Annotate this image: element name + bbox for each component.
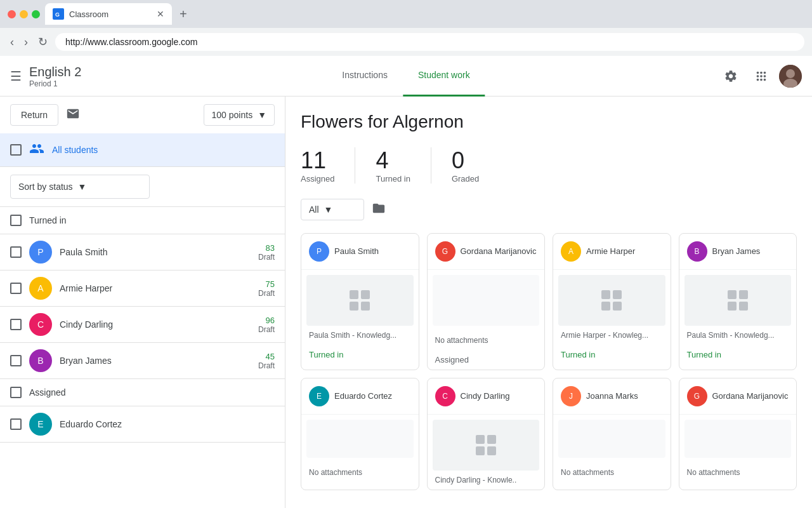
new-tab-button[interactable]: +: [180, 7, 187, 22]
card-thumbnail-gordana2: [684, 420, 792, 458]
card-header: C Cindy Darling: [428, 378, 545, 415]
card-joanna[interactable]: J Joanna Marks No attachments: [553, 378, 671, 490]
student-row[interactable]: P Paula Smith 83 Draft: [0, 234, 285, 271]
paula-name: Paula Smith: [60, 247, 251, 257]
tab-close-icon[interactable]: ✕: [157, 9, 164, 19]
card-header: J Joanna Marks: [553, 378, 671, 415]
eduardo-checkbox[interactable]: [10, 418, 22, 430]
card-armie[interactable]: A Armie Harper Armie Harper - Knowleg...…: [553, 233, 671, 370]
card-header: G Gordana Marijanovic: [428, 234, 545, 270]
class-title: English 2: [29, 64, 81, 79]
doc-grid-icon: [476, 435, 496, 455]
cindy-grade: 96: [266, 316, 275, 325]
points-dropdown[interactable]: 100 points ▼: [204, 104, 275, 126]
turned-in-students: P Paula Smith 83 Draft A Armie Harper: [0, 234, 285, 379]
tab-student-work[interactable]: Student work: [403, 56, 485, 97]
turned-in-checkbox[interactable]: [10, 215, 22, 226]
return-button[interactable]: Return: [10, 104, 58, 126]
card-thumbnail-joanna: [558, 420, 665, 458]
turned-in-section-header: Turned in: [0, 207, 285, 234]
maximize-button[interactable]: [32, 10, 40, 18]
armie-checkbox[interactable]: [10, 283, 22, 294]
card-thumbnail-gordana: [433, 275, 540, 326]
card-file-armie: Armie Harper - Knowleg...: [553, 331, 671, 345]
assigned-label-stat: Assigned: [301, 174, 334, 184]
doc-grid-icon: [728, 290, 748, 311]
card-file-gordana2: No attachments: [679, 463, 797, 482]
card-thumbnail-eduardo: [306, 420, 414, 458]
student-row[interactable]: A Armie Harper 75 Draft: [0, 271, 285, 307]
paula-checkbox[interactable]: [10, 246, 22, 258]
address-bar[interactable]: [55, 33, 804, 51]
class-info: English 2 Period 1: [29, 64, 81, 88]
turned-in-number: 4: [376, 147, 410, 174]
class-period: Period 1: [29, 79, 81, 88]
apps-button[interactable]: [749, 64, 774, 89]
student-row[interactable]: B Bryan James 45 Draft: [0, 343, 285, 379]
refresh-button[interactable]: ↻: [36, 32, 50, 51]
close-button[interactable]: [8, 10, 16, 18]
card-avatar-bryan: B: [687, 241, 707, 262]
card-header: A Armie Harper: [553, 234, 671, 270]
cindy-grade-col: 96 Draft: [258, 316, 275, 334]
cards-grid: P Paula Smith Paula Smith - Knowledg... …: [301, 233, 797, 490]
all-students-label[interactable]: All students: [52, 145, 98, 155]
stat-graded: 0 Graded: [452, 147, 499, 184]
cindy-status: Draft: [258, 325, 275, 334]
student-row[interactable]: E Eduardo Cortez: [0, 406, 285, 443]
bryan-checkbox[interactable]: [10, 355, 22, 366]
card-avatar-joanna: J: [561, 386, 581, 406]
folder-icon[interactable]: [372, 201, 386, 218]
card-thumbnail-bryan: [684, 275, 792, 326]
points-value: 100 points: [212, 110, 253, 120]
bryan-grade: 45: [266, 352, 275, 361]
stat-assigned: 11 Assigned: [301, 147, 355, 184]
card-thumbnail-armie: [558, 275, 665, 326]
card-file-joanna: No attachments: [553, 463, 671, 482]
assigned-section-header: Assigned: [0, 379, 285, 406]
card-name-cindy: Cindy Darling: [461, 391, 510, 402]
back-button[interactable]: ‹: [8, 33, 16, 51]
cindy-name: Cindy Darling: [60, 319, 251, 330]
user-avatar[interactable]: [779, 65, 802, 88]
card-bryan[interactable]: B Bryan James Paula Smith - Knowledg... …: [679, 233, 797, 370]
cindy-checkbox[interactable]: [10, 319, 22, 330]
all-students-row[interactable]: All students: [0, 133, 285, 167]
tab-favicon: G: [53, 8, 64, 20]
panel-top: Return 100 points ▼: [0, 97, 285, 133]
armie-name: Armie Harper: [60, 283, 251, 293]
turned-in-label-stat: Turned in: [376, 174, 410, 184]
turned-in-label: Turned in: [29, 215, 67, 225]
sort-arrow-icon: ▼: [78, 182, 87, 192]
card-name-paula: Paula Smith: [334, 246, 379, 257]
menu-icon[interactable]: ☰: [10, 69, 22, 84]
tab-instructions[interactable]: Instructions: [327, 56, 403, 97]
window-controls: [8, 10, 40, 18]
card-gordana[interactable]: G Gordana Marijanovic No attachments Ass…: [427, 233, 546, 370]
all-students-checkbox[interactable]: [10, 144, 22, 156]
card-cindy[interactable]: C Cindy Darling Cindy Darling - Knowle..: [427, 378, 546, 490]
card-gordana2[interactable]: G Gordana Marijanovic No attachments: [679, 378, 797, 490]
email-icon[interactable]: [66, 107, 80, 124]
browser-tab[interactable]: G Classroom ✕: [45, 3, 172, 25]
settings-button[interactable]: [718, 64, 743, 89]
filter-dropdown[interactable]: All ▼: [301, 199, 364, 220]
card-header: P Paula Smith: [301, 234, 419, 270]
right-panel: Flowers for Algernon 11 Assigned 4 Turne…: [285, 97, 812, 508]
assignment-title: Flowers for Algernon: [301, 112, 797, 132]
graded-number: 0: [452, 147, 479, 174]
sort-dropdown[interactable]: Sort by status ▼: [10, 175, 150, 199]
forward-button[interactable]: ›: [22, 33, 30, 51]
armie-grade: 75: [266, 279, 275, 289]
eduardo-avatar: E: [29, 413, 52, 436]
card-name-gordana: Gordana Marijanovic: [461, 246, 537, 257]
card-eduardo[interactable]: E Eduardo Cortez No attachments: [301, 378, 419, 490]
bryan-status: Draft: [258, 361, 275, 370]
minimize-button[interactable]: [20, 10, 28, 18]
tab-title: Classroom: [69, 10, 152, 19]
student-row[interactable]: C Cindy Darling 96 Draft: [0, 307, 285, 343]
doc-grid-icon: [350, 290, 370, 311]
assigned-checkbox[interactable]: [10, 387, 22, 398]
card-paula[interactable]: P Paula Smith Paula Smith - Knowledg... …: [301, 233, 419, 370]
card-thumbnail-paula: [306, 275, 414, 326]
